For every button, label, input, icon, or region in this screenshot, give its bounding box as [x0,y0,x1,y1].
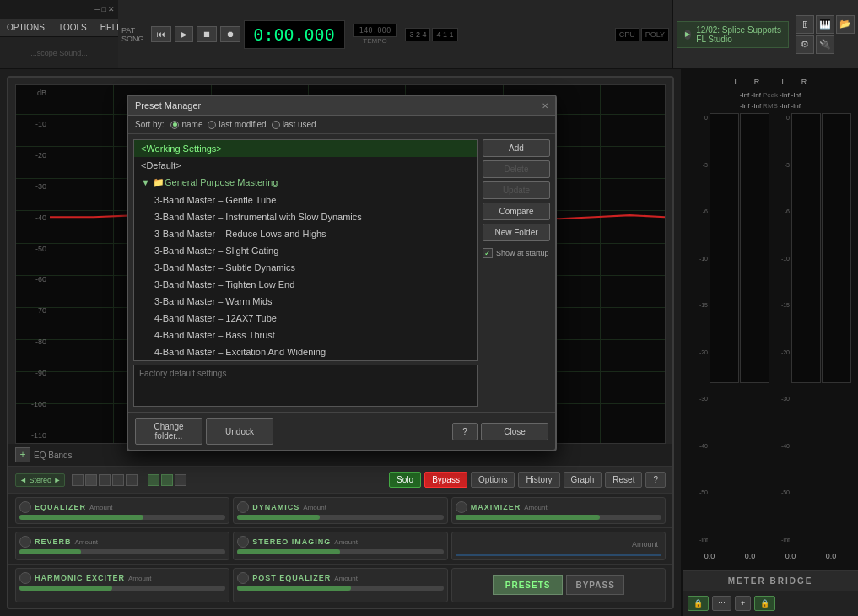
module-eq-slider[interactable] [19,515,225,520]
pm-item-default[interactable]: <Default> [134,157,477,174]
bypass-button[interactable]: Bypass [424,472,467,488]
pm-radio-name [170,121,179,129]
module-rev-slider[interactable] [19,549,225,554]
module-rev-header: REVERB Amount [19,536,225,548]
scale-3: -3 [689,162,708,168]
pm-item-3[interactable]: 3-Band Master – Slight Gating [134,242,477,259]
menu-tools[interactable]: TOOLS [55,21,90,34]
pm-sort-used[interactable]: last used [272,120,316,129]
menu-options[interactable]: OPTIONS [3,21,48,34]
pm-preset-list[interactable]: <Working Settings> <Default> ▼ 📁General … [133,139,478,361]
module-dyn-amount: Amount [303,504,326,511]
pm-show-startup-label: Show at startup [496,249,549,257]
meter-lock-R[interactable]: 🔒 [754,596,775,611]
meter-bar-L2 [791,113,821,383]
transport-stop[interactable]: ⏹ [197,26,217,42]
pm-item-7[interactable]: 4-Band Master – 12AX7 Tube [134,310,477,327]
module-eq-power[interactable] [19,501,31,513]
small-ctrl-3[interactable] [99,474,111,486]
mode-btn-3[interactable] [175,474,186,486]
reset-button[interactable]: Reset [605,472,642,488]
mode-btn-2[interactable] [161,474,173,486]
module-row-3: HARMONIC EXCITER Amount POST EQUALIZER A… [8,564,672,608]
pm-compare-button[interactable]: Compare [483,203,550,220]
preset-manager-dialog: Preset Manager ✕ Sort by: name last modi… [127,95,557,451]
solo-button[interactable]: Solo [389,472,421,488]
meter-lock-L[interactable]: 🔒 [688,596,709,611]
module-rev-power[interactable] [19,536,31,548]
piano-btn[interactable]: 🎹 [816,15,834,34]
pm-item-2[interactable]: 3-Band Master – Reduce Lows and Highs [134,225,477,242]
pm-show-startup-row[interactable]: ✓ Show at startup [483,248,550,258]
pm-item-8[interactable]: 4-Band Master – Bass Thrust [134,327,477,343]
small-ctrl-1[interactable] [72,474,84,486]
pm-sort-name[interactable]: name [170,120,202,129]
pm-item-6[interactable]: 3-Band Master – Warm Mids [134,293,477,310]
module-pe-slider[interactable] [237,586,443,591]
time-display: 0:00.000 [244,20,345,49]
pm-radio-used [272,121,280,129]
top-bar: ─ □ ✕ OPTIONS TOOLS HELP ...scope Sound.… [0,0,858,69]
pm-show-startup-checkbox[interactable]: ✓ [483,248,493,258]
meter-ch-R1: R [748,78,765,86]
db-label-db: dB [19,89,46,97]
scale-30: -30 [689,396,708,402]
pm-delete-button[interactable]: Delete [483,160,550,178]
meter-add-btn[interactable]: + [735,596,751,611]
pm-undock-button[interactable]: Undock [206,418,273,445]
meter-peak-label: Peak [763,91,778,99]
settings-btn[interactable]: ⚙ [796,35,814,54]
pm-item-folder[interactable]: ▼ 📁General Purpose Mastering [134,174,477,192]
options-button[interactable]: Options [471,472,515,488]
pm-help-button[interactable]: ? [452,423,478,440]
win-max[interactable]: □ [102,5,106,14]
small-ctrl-5[interactable] [126,474,138,486]
module-he-power[interactable] [19,572,31,584]
pm-close-icon[interactable]: ✕ [542,101,548,111]
pm-update-button[interactable]: Update [483,181,550,199]
transport-play[interactable]: ▶ [175,26,193,42]
small-ctrl-4[interactable] [112,474,124,486]
presets-button[interactable]: PRESETS [493,575,564,595]
pm-item-working[interactable]: <Working Settings> [134,140,477,157]
small-ctrl-2[interactable] [85,474,97,486]
ozone-bypass-button[interactable]: BYPASS [566,575,623,595]
meter-val-1: 0.0 [745,552,756,560]
mode-btn-1[interactable] [148,474,159,486]
help-button[interactable]: ? [645,472,666,488]
module-he-slider[interactable] [19,586,225,591]
add-band-button[interactable]: + [15,447,30,462]
stereo-control[interactable]: ◄ Stereo ► [15,473,65,487]
history-button[interactable]: History [518,472,559,488]
win-close[interactable]: ✕ [108,5,115,14]
pm-item-4[interactable]: 3-Band Master – Subtle Dynamics [134,259,477,276]
pm-item-0[interactable]: 3-Band Master – Gentle Tube [134,192,477,208]
module-pe-power[interactable] [237,572,249,584]
mixer-btn[interactable]: 🎚 [796,15,814,34]
browser-btn[interactable]: 📂 [836,15,855,34]
graph-button[interactable]: Graph [564,472,602,488]
poly-info: 4 1 1 [432,28,457,41]
pm-item-1[interactable]: 3-Band Master – Instrumental with Slow D… [134,208,477,225]
module-si-slider[interactable] [237,549,443,554]
pm-title-bar: Preset Manager ✕ [128,96,555,116]
module-si-power[interactable] [237,536,249,548]
pm-new-folder-button[interactable]: New Folder [483,224,550,241]
module-max-power[interactable] [456,501,467,513]
transport-prev[interactable]: ⏮ [151,26,171,42]
plugin-btn[interactable]: 🔌 [816,35,834,54]
transport-record[interactable]: ⏺ [220,26,240,42]
pm-sort-modified[interactable]: last modified [208,120,266,129]
scale-15: -15 [689,302,708,308]
module-dyn-power[interactable] [237,501,249,513]
pm-item-5[interactable]: 3-Band Master – Tighten Low End [134,276,477,293]
pm-change-folder-button[interactable]: Change folder... [135,418,202,445]
pm-item-9[interactable]: 4-Band Master – Excitation And Widening [134,343,477,360]
win-min[interactable]: ─ [94,5,100,14]
module-max-slider[interactable] [456,515,661,520]
pm-add-button[interactable]: Add [483,139,550,157]
module-row-2: REVERB Amount STEREO IMAGING Amount [8,527,672,564]
meter-options-btn[interactable]: ⋯ [712,596,731,611]
pm-close-button[interactable]: Close [481,423,548,440]
module-dyn-slider[interactable] [237,515,443,520]
